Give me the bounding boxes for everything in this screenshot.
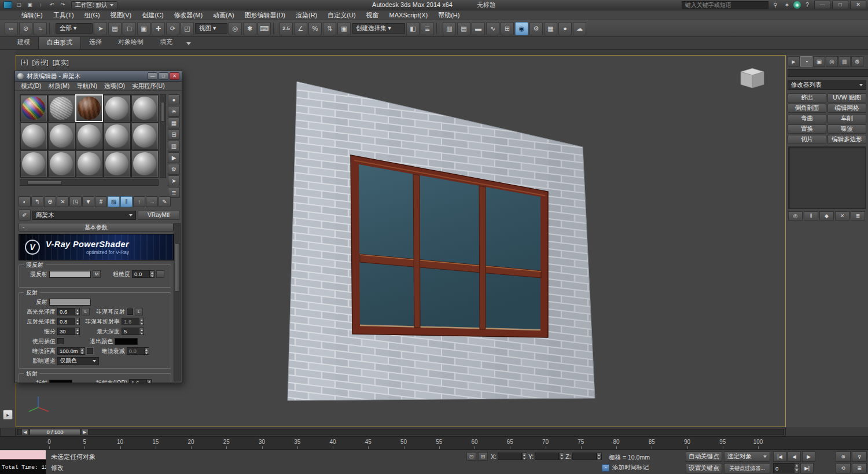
absolute-offset-toggle[interactable]: ⊞ [478,452,488,461]
material-sample-slot[interactable] [131,94,159,122]
time-slider-handle[interactable]: 0 / 100 [30,429,80,435]
select-and-link[interactable]: ∞ [5,22,18,35]
material-sample-slot[interactable] [20,150,47,178]
roughness-spinner[interactable]: 0.0 [132,270,155,278]
modifier-list-dropdown[interactable]: 修改器列表 [788,80,866,90]
menu-item[interactable]: 自定义(U) [322,10,361,20]
tab-modify[interactable]: ◔ [800,56,812,67]
max-depth-spinner[interactable]: 5 [122,328,144,335]
menu-item[interactable]: 帮助(H) [433,10,465,20]
material-sample-slot[interactable] [103,122,131,150]
pick-from-object-button[interactable]: ✎ [159,196,171,207]
search-icon[interactable]: ⚲ [770,1,781,9]
tab-display[interactable]: ▥ [838,56,851,67]
toolbar-button[interactable] [49,23,53,34]
infocenter-signin-icon[interactable]: ◉ [793,1,801,9]
sample-vertical-scrollbar[interactable] [160,94,166,178]
select-by-name[interactable]: ▤ [108,22,122,35]
reset-map-button[interactable]: ✕ [57,196,69,207]
keyboard-shortcut-override[interactable]: ⌨ [258,22,271,35]
save-file-icon[interactable]: ↓ [36,1,46,9]
menu-item[interactable]: 动画(A) [208,10,240,20]
viewcube[interactable] [741,68,764,88]
previous-frame-arrow[interactable]: ◀ [21,429,29,435]
toolbar-button[interactable] [436,23,440,34]
next-frame-arrow[interactable]: ▶ [81,429,89,435]
tab-create[interactable]: ► [788,56,800,67]
macro-recorder-pane[interactable] [0,450,46,460]
maxscript-mini-listener[interactable]: Total Time: 12 [0,450,46,474]
modifier-button[interactable]: UVW 贴图 [827,93,866,102]
remove-modifier-button[interactable]: ✕ [835,211,849,221]
select-and-move[interactable]: ✚ [152,22,165,35]
dim-falloff-spinner[interactable]: 0.0 [127,347,149,355]
go-to-parent-button[interactable]: ↑ [133,196,145,207]
material-editor-menu-item[interactable]: 模式(D) [17,82,45,90]
material-sample-slot[interactable] [75,94,103,122]
ribbon-tab[interactable]: 自由形式 [38,36,81,49]
bind-to-space-warp[interactable]: ≈ [34,22,47,35]
favorites-icon[interactable]: ✶ [782,1,792,9]
diffuse-map-button[interactable]: M [93,270,101,278]
time-slider-track[interactable]: ◀ 0 / 100 ▶ [17,429,784,435]
material-editor-menu-item[interactable]: 实用程序(U) [128,82,168,90]
play-button[interactable]: ▶ [802,451,815,462]
refract-color-swatch[interactable] [49,380,72,384]
menu-item[interactable]: 编辑(E) [16,10,48,20]
menu-item[interactable]: 视窗 [361,10,384,20]
rollout-basic-parameters[interactable]: - 基本参数 [19,223,174,232]
material-sample-slot[interactable] [75,150,103,178]
material-sample-slot[interactable] [20,94,47,122]
diffuse-color-swatch[interactable] [49,271,91,278]
select-and-scale[interactable]: ◰ [181,22,194,35]
curve-editor[interactable]: ∿ [486,22,499,35]
material-editor-menu-item[interactable]: 材质(M) [45,82,73,90]
roughness-map-button[interactable] [156,270,164,278]
make-preview-button[interactable]: ▶ [168,152,180,163]
close-button[interactable]: ✕ [850,1,866,9]
frame-number-spinner[interactable]: 0 [773,463,799,473]
x-coordinate-field[interactable] [498,453,522,460]
modifier-button[interactable]: 编辑网格 [827,104,866,113]
reference-coordinate-system[interactable]: 视图 ▾ [195,23,227,34]
mirror[interactable]: ◧ [406,22,420,35]
subdivs-spinner[interactable]: 30 [57,328,80,335]
window-mullion-right[interactable] [479,186,486,329]
make-unique-button[interactable]: ◳ [69,196,82,207]
hilight-gloss-spinner[interactable]: 0.6 [57,308,80,315]
sample-uv-tiling-button[interactable]: ⊞ [168,129,180,140]
show-end-result-button[interactable]: ‖ [120,196,133,207]
set-key-button[interactable]: 设置关键点 [686,463,722,473]
me-maximize-button[interactable]: □ [159,72,168,80]
material-editor-menu-item[interactable]: 导航(N) [73,82,101,90]
modifier-stack-list[interactable] [788,146,866,209]
material-sample-slot[interactable] [131,150,159,178]
menu-item[interactable]: 视图(V) [105,10,137,20]
reflect-gloss-spinner[interactable]: 0.8 [57,318,80,325]
search-input[interactable] [682,1,768,9]
put-to-scene-button[interactable]: ↰ [31,196,43,207]
named-selection-sets-combo[interactable]: 创建选择集 ▾ [352,23,405,34]
exit-color-swatch[interactable] [115,338,138,345]
menu-item[interactable]: 创建(C) [137,10,168,20]
undo-icon[interactable]: ↶ [47,1,57,9]
orbit-button[interactable]: ⟲ [836,463,851,473]
ribbon-collapse-icon[interactable] [186,42,191,45]
viewport-label[interactable]: [真实] [53,58,69,67]
menu-item[interactable]: MAXScript(X) [384,10,433,20]
schematic-view[interactable]: ⊞ [501,22,514,35]
sample-horizontal-scrollbar[interactable] [20,179,159,186]
material-sample-slot[interactable] [20,122,47,150]
selection-filter-dropdown[interactable]: 全部 ▾ [56,23,93,34]
auto-key-button[interactable]: 自动关键点 [686,451,722,462]
go-to-end-button[interactable]: ▶| [800,463,814,473]
zoom-button[interactable]: ⚲ [852,451,867,462]
object-name-field[interactable] [788,69,868,77]
minimize-button[interactable]: — [814,1,830,9]
window-crossing-toggle[interactable]: ▣ [137,22,150,35]
viewport-layout-tabs-button[interactable]: ▸ [3,410,13,420]
fresnel-ior-spinner[interactable]: 1.6 [122,318,144,325]
rectangular-selection-region[interactable]: ◻ [123,22,136,35]
viewport-label[interactable]: [+] [21,58,28,67]
show-end-result-button[interactable]: ‖ [804,211,818,221]
